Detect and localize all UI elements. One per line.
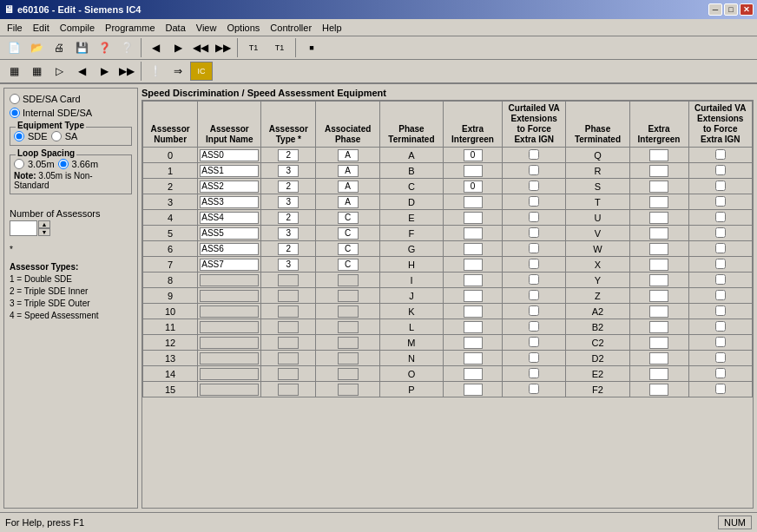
input-phase-13[interactable] xyxy=(338,352,359,365)
cell-name-7[interactable] xyxy=(198,257,261,273)
cell-cva1-14[interactable] xyxy=(503,366,566,382)
checkbox-cva2-15[interactable] xyxy=(715,384,726,394)
toolbar-print[interactable]: 🖨 xyxy=(49,38,69,57)
input-phase-9[interactable] xyxy=(338,290,359,302)
spin-down-button[interactable]: ▼ xyxy=(38,228,50,236)
cell-cva2-14[interactable] xyxy=(688,366,752,382)
input-type-13[interactable] xyxy=(278,352,299,365)
checkbox-cva1-0[interactable] xyxy=(529,149,539,160)
input-ei1-12[interactable] xyxy=(464,337,483,349)
toolbar-excl[interactable]: ❕ xyxy=(145,62,166,81)
toolbar-nav-c[interactable]: ▷ xyxy=(49,62,69,81)
input-ei2-1[interactable] xyxy=(649,165,668,177)
checkbox-cva1-7[interactable] xyxy=(529,259,539,269)
input-type-14[interactable] xyxy=(278,368,299,380)
cell-type-2[interactable] xyxy=(261,179,316,194)
input-name-14[interactable] xyxy=(200,368,259,380)
input-name-11[interactable] xyxy=(200,321,259,333)
input-ei1-8[interactable] xyxy=(464,274,483,286)
cell-name-13[interactable] xyxy=(198,351,261,366)
checkbox-cva2-9[interactable] xyxy=(715,290,726,300)
input-type-6[interactable] xyxy=(278,243,299,255)
input-ei2-2[interactable] xyxy=(649,181,668,193)
menu-controller[interactable]: Controller xyxy=(265,21,317,35)
cell-ei2-15[interactable] xyxy=(629,382,688,397)
input-ei1-10[interactable] xyxy=(464,305,483,318)
toolbar-btn-c[interactable]: ◀◀ xyxy=(190,38,211,57)
cell-type-1[interactable] xyxy=(261,163,316,179)
cell-ei1-0[interactable] xyxy=(444,148,503,163)
input-ei2-9[interactable] xyxy=(649,290,668,302)
cell-phase-7[interactable] xyxy=(316,257,379,273)
checkbox-cva2-7[interactable] xyxy=(715,259,726,269)
toolbar-btn-d[interactable]: ▶▶ xyxy=(213,38,234,57)
cell-name-5[interactable] xyxy=(198,226,261,241)
cell-cva1-1[interactable] xyxy=(503,163,566,179)
cell-cva2-7[interactable] xyxy=(688,257,752,273)
toolbar-fwd[interactable]: ▶ xyxy=(94,62,115,81)
cell-name-4[interactable] xyxy=(198,210,261,226)
checkbox-cva2-13[interactable] xyxy=(715,352,726,363)
cell-cva2-13[interactable] xyxy=(688,351,752,366)
input-type-9[interactable] xyxy=(278,290,299,302)
cell-name-15[interactable] xyxy=(198,382,261,397)
cell-phase-5[interactable] xyxy=(316,226,379,241)
cell-ei1-11[interactable] xyxy=(444,319,503,335)
cell-type-0[interactable] xyxy=(261,148,316,163)
cell-ei1-10[interactable] xyxy=(444,304,503,319)
cell-name-10[interactable] xyxy=(198,304,261,319)
cell-cva1-11[interactable] xyxy=(503,319,566,335)
checkbox-cva1-9[interactable] xyxy=(529,290,539,300)
input-name-6[interactable] xyxy=(200,243,259,255)
checkbox-cva1-3[interactable] xyxy=(529,196,539,207)
cell-phase-14[interactable] xyxy=(316,366,379,382)
cell-type-11[interactable] xyxy=(261,319,316,335)
cell-cva2-4[interactable] xyxy=(688,210,752,226)
input-phase-8[interactable] xyxy=(338,274,359,286)
cell-ei2-14[interactable] xyxy=(629,366,688,382)
checkbox-cva2-6[interactable] xyxy=(715,243,726,253)
checkbox-cva2-5[interactable] xyxy=(715,227,726,238)
cell-phase-6[interactable] xyxy=(316,241,379,257)
checkbox-cva2-3[interactable] xyxy=(715,196,726,207)
input-ei1-2[interactable] xyxy=(464,181,483,193)
cell-ei2-2[interactable] xyxy=(629,179,688,194)
loop-305-radio[interactable] xyxy=(14,159,24,169)
cell-type-9[interactable] xyxy=(261,288,316,304)
input-type-2[interactable] xyxy=(278,181,299,193)
cell-ei2-13[interactable] xyxy=(629,351,688,366)
checkbox-cva1-11[interactable] xyxy=(529,321,539,332)
cell-ei2-9[interactable] xyxy=(629,288,688,304)
input-ei1-11[interactable] xyxy=(464,321,483,333)
input-type-11[interactable] xyxy=(278,321,299,333)
cell-type-13[interactable] xyxy=(261,351,316,366)
cell-phase-0[interactable] xyxy=(316,148,379,163)
input-type-8[interactable] xyxy=(278,274,299,286)
input-phase-10[interactable] xyxy=(338,305,359,318)
spin-up-button[interactable]: ▲ xyxy=(38,220,50,228)
input-ei1-3[interactable] xyxy=(464,196,483,208)
input-ei2-13[interactable] xyxy=(649,352,668,365)
input-type-3[interactable] xyxy=(278,196,299,208)
cell-cva2-6[interactable] xyxy=(688,241,752,257)
toolbar-help2[interactable]: ❔ xyxy=(116,38,137,57)
input-ei2-15[interactable] xyxy=(649,384,668,396)
cell-cva1-3[interactable] xyxy=(503,194,566,210)
input-name-12[interactable] xyxy=(200,337,259,349)
cell-type-7[interactable] xyxy=(261,257,316,273)
input-name-10[interactable] xyxy=(200,305,259,318)
cell-type-12[interactable] xyxy=(261,335,316,351)
checkbox-cva1-2[interactable] xyxy=(529,181,539,191)
input-phase-4[interactable] xyxy=(338,212,359,224)
checkbox-cva1-15[interactable] xyxy=(529,384,539,394)
checkbox-cva2-14[interactable] xyxy=(715,368,726,378)
sde-sa-card-radio[interactable] xyxy=(10,94,20,104)
cell-ei1-8[interactable] xyxy=(444,273,503,288)
menu-options[interactable]: Options xyxy=(221,21,265,35)
menu-edit[interactable]: Edit xyxy=(28,21,55,35)
input-phase-2[interactable] xyxy=(338,181,359,193)
toolbar-nav-d[interactable]: ▶▶ xyxy=(116,62,137,81)
cell-ei2-3[interactable] xyxy=(629,194,688,210)
input-ei1-0[interactable] xyxy=(464,149,483,161)
checkbox-cva1-4[interactable] xyxy=(529,212,539,222)
